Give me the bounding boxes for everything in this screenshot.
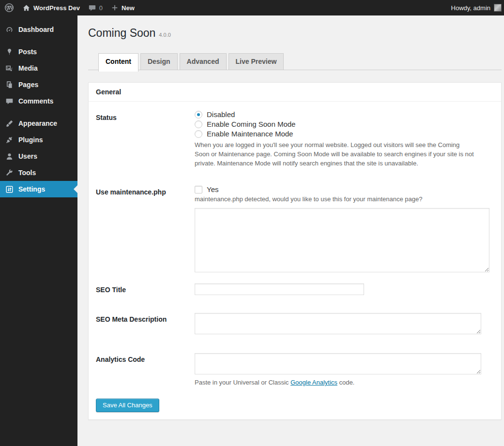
howdy-text: Howdy, admin <box>451 4 490 12</box>
dashboard-icon <box>5 26 14 34</box>
admin-footer: Thank you for creating with WordPress. V… <box>88 420 502 446</box>
analytics-textarea[interactable] <box>195 353 481 374</box>
sidebar-item-users[interactable]: Users <box>0 148 77 164</box>
seo-meta-textarea[interactable] <box>195 313 481 334</box>
analytics-desc-suffix: code. <box>337 379 354 386</box>
sidebar-item-label: Users <box>18 152 37 160</box>
media-icon <box>5 64 14 73</box>
maintenance-description: maintenance.php detected, would you like… <box>195 195 489 204</box>
maintenance-row: Use maintenance.php Yes maintenance.php … <box>89 175 501 278</box>
admin-sidebar: Dashboard Posts Media Pages <box>0 15 77 446</box>
sidebar-item-label: Pages <box>18 81 38 89</box>
sidebar-item-settings[interactable]: Settings <box>0 181 77 197</box>
user-icon <box>5 152 14 161</box>
checkbox-label: Yes <box>207 185 218 194</box>
brush-icon <box>5 119 14 128</box>
sidebar-item-label: Tools <box>18 169 36 177</box>
seo-title-row: SEO Title <box>89 277 501 303</box>
user-avatar <box>494 4 502 12</box>
menu-separator <box>0 38 77 44</box>
sliders-icon <box>5 185 14 193</box>
seo-meta-label: SEO Meta Description <box>89 303 195 343</box>
menu-separator <box>0 109 77 115</box>
plugin-icon <box>5 136 14 144</box>
analytics-row: Analytics Code Paste in your Universal o… <box>89 343 501 386</box>
sidebar-item-plugins[interactable]: Plugins <box>0 132 77 148</box>
pages-icon <box>5 81 14 89</box>
radio-label: Disabled <box>207 110 235 119</box>
seo-title-input[interactable] <box>195 283 364 295</box>
submit-row: Save All Changes <box>89 386 501 419</box>
analytics-description: Paste in your Universal or Classic Googl… <box>195 379 489 386</box>
tab-bar: ContentDesignAdvancedLive Preview <box>88 53 502 70</box>
sidebar-item-label: Plugins <box>18 136 43 144</box>
page-title: Coming Soon4.0.0 <box>88 15 502 42</box>
site-menu[interactable]: WordPress Dev <box>18 0 84 15</box>
save-all-changes-button[interactable]: Save All Changes <box>96 399 159 412</box>
sidebar-item-dashboard[interactable]: Dashboard <box>0 21 77 38</box>
maintenance-label: Use maintenance.php <box>89 175 195 278</box>
status-label: Status <box>89 102 195 175</box>
analytics-desc-prefix: Paste in your Universal or Classic <box>195 379 290 386</box>
analytics-label: Analytics Code <box>89 343 195 386</box>
pushpin-icon <box>5 48 14 56</box>
plugin-version: 4.0.0 <box>159 32 170 38</box>
wordpress-logo-menu[interactable] <box>0 0 18 15</box>
page-content-textarea[interactable] <box>195 208 489 272</box>
sidebar-item-posts[interactable]: Posts <box>0 44 77 60</box>
seo-meta-row: SEO Meta Description <box>89 303 501 343</box>
sidebar-item-label: Media <box>18 64 38 72</box>
plugin-title-text: Coming Soon <box>88 27 155 39</box>
maintenance-checkbox[interactable] <box>195 186 202 193</box>
status-row: Status Disabled Enable Coming Soon Mode … <box>89 102 501 175</box>
new-label: New <box>122 4 135 12</box>
sidebar-item-label: Posts <box>18 48 37 56</box>
status-description: When you are logged in you'll see your n… <box>195 141 475 168</box>
status-option-coming-soon[interactable]: Enable Coming Soon Mode <box>195 120 489 129</box>
tab-live-preview[interactable]: Live Preview <box>229 53 284 70</box>
radio-label: Enable Maintenance Mode <box>207 130 293 138</box>
google-analytics-link[interactable]: Google Analytics <box>290 379 337 386</box>
new-content-menu[interactable]: New <box>107 0 139 15</box>
sidebar-item-pages[interactable]: Pages <box>0 76 77 93</box>
admin-bar: WordPress Dev 0 New Howdy, admin <box>0 0 504 15</box>
comment-icon <box>5 97 14 105</box>
tab-design[interactable]: Design <box>140 53 178 70</box>
section-title: General <box>89 83 501 102</box>
sidebar-item-comments[interactable]: Comments <box>0 93 77 109</box>
site-name: WordPress Dev <box>33 4 80 12</box>
home-icon <box>23 4 30 12</box>
seo-title-label: SEO Title <box>89 277 195 303</box>
radio-disabled[interactable] <box>195 111 202 119</box>
comment-count: 0 <box>99 4 103 12</box>
wordpress-logo-icon <box>4 3 14 13</box>
general-panel: General Status Disabled Enable Coming So… <box>88 82 502 420</box>
maintenance-yes-option[interactable]: Yes <box>195 185 489 194</box>
sidebar-item-label: Appearance <box>18 119 57 127</box>
sidebar-item-label: Comments <box>18 97 53 105</box>
comment-bubble-icon <box>89 4 96 12</box>
status-option-disabled[interactable]: Disabled <box>195 110 489 119</box>
sidebar-item-media[interactable]: Media <box>0 60 77 76</box>
plus-icon <box>111 4 118 11</box>
radio-label: Enable Coming Soon Mode <box>207 120 295 129</box>
account-menu[interactable]: Howdy, admin <box>447 0 502 15</box>
tab-content[interactable]: Content <box>98 53 138 72</box>
tab-advanced[interactable]: Advanced <box>180 53 227 70</box>
sidebar-item-label: Settings <box>18 185 45 193</box>
status-option-maintenance[interactable]: Enable Maintenance Mode <box>195 130 489 138</box>
sidebar-item-appearance[interactable]: Appearance <box>0 115 77 132</box>
comments-menu[interactable]: 0 <box>84 0 107 15</box>
sidebar-item-label: Dashboard <box>18 26 54 33</box>
radio-coming-soon[interactable] <box>195 120 202 128</box>
wrench-icon <box>5 169 14 177</box>
radio-maintenance[interactable] <box>195 130 202 138</box>
sidebar-item-tools[interactable]: Tools <box>0 164 77 181</box>
